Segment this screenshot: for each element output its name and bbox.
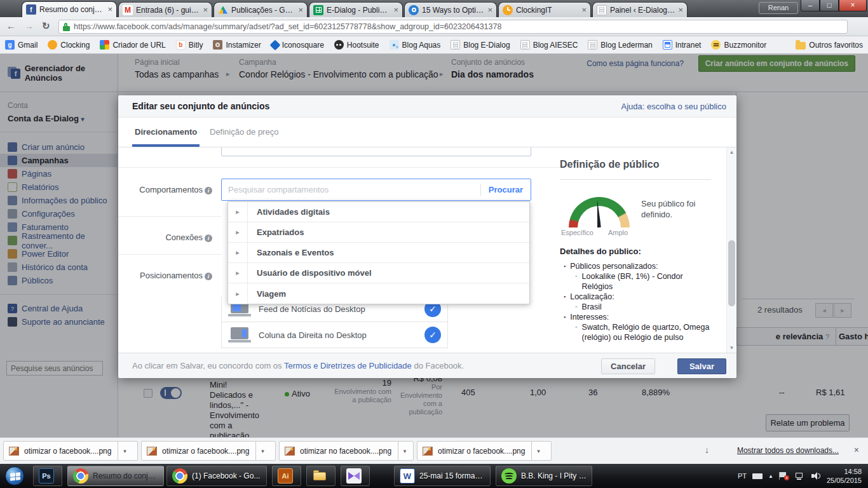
bookmark-hootsuite[interactable]: Hootsuite bbox=[334, 40, 379, 50]
taskbar-chrome-active[interactable]: Resumo do conju... bbox=[67, 466, 164, 486]
https-lock-icon[interactable] bbox=[63, 23, 70, 31]
details-title: Detalhes do público: bbox=[560, 247, 715, 256]
taskbar-clock[interactable]: 14:58 25/05/2015 bbox=[827, 467, 862, 485]
dropdown-item-expats[interactable]: ▸Expatriados bbox=[228, 222, 529, 243]
tab-label: ClockingIT bbox=[516, 6, 578, 15]
window-minimize-button[interactable]: – bbox=[801, 0, 820, 11]
tab-close-icon[interactable]: × bbox=[581, 6, 587, 14]
address-bar[interactable]: https://www.facebook.com/ads/manage/summ… bbox=[58, 20, 848, 34]
tab-pricing[interactable]: Definição de preço bbox=[207, 118, 281, 147]
save-button[interactable]: Salvar bbox=[677, 358, 726, 374]
tab-gmail[interactable]: M Entrada (6) - guilherm × bbox=[118, 2, 212, 17]
taskbar-media-player[interactable] bbox=[341, 466, 370, 486]
tab-article[interactable]: 15 Ways to Optimize × bbox=[404, 2, 497, 17]
bookmark-iconosquare[interactable]: Iconosquare bbox=[271, 41, 324, 50]
behaviors-search-input[interactable] bbox=[222, 185, 480, 194]
keyboard-icon[interactable] bbox=[752, 471, 763, 480]
taskbar-word[interactable]: W25-mai 15 formas ... bbox=[394, 466, 491, 486]
tab-close-icon[interactable]: × bbox=[107, 6, 112, 13]
tab-label: Resumo do conjunto bbox=[39, 5, 104, 14]
tab-google-drive[interactable]: Publicações - Googl × bbox=[214, 2, 308, 17]
info-icon[interactable]: i bbox=[205, 234, 212, 242]
bookmark-buzzmonitor[interactable]: Buzzmonitor bbox=[711, 40, 766, 50]
dropdown-label: Viagem bbox=[248, 289, 286, 299]
download-item[interactable]: otimizar o facebook....png▾ bbox=[3, 441, 138, 461]
info-icon[interactable]: i bbox=[205, 187, 212, 194]
label-text: Comportamentos bbox=[139, 185, 203, 194]
placement-right-column[interactable]: Coluna da Direita no Desktop ✓ bbox=[221, 322, 448, 348]
reload-icon[interactable]: ↻ bbox=[42, 20, 50, 32]
tab-close-icon[interactable]: × bbox=[203, 6, 208, 14]
chevron-down-icon[interactable]: ▾ bbox=[118, 448, 131, 454]
bookmark-clocking[interactable]: Clocking bbox=[48, 40, 90, 50]
check-circle-icon[interactable]: ✓ bbox=[424, 327, 441, 343]
download-item[interactable]: otimizar o facebook....png▾ bbox=[417, 441, 552, 461]
terms-link[interactable]: Termos e Diretrizes de Publicidade bbox=[284, 361, 412, 370]
taskbar-explorer[interactable] bbox=[306, 466, 336, 486]
audience-details: Detalhes do público: ▪Públicos personali… bbox=[560, 247, 715, 342]
other-bookmarks-button[interactable]: Outros favoritos bbox=[796, 41, 863, 50]
taskbar-spotify[interactable]: B.B. King - I Pity t... bbox=[496, 466, 592, 486]
window-maximize-button[interactable]: □ bbox=[820, 0, 839, 11]
cancel-button[interactable]: Cancelar bbox=[601, 358, 655, 374]
bookmark-blog-aquas[interactable]: Blog Aquas bbox=[390, 40, 441, 50]
chevron-down-icon[interactable]: ▾ bbox=[532, 448, 545, 454]
bookmark-blog-aiesec[interactable]: Blog AIESEC bbox=[520, 40, 578, 50]
tab-painel[interactable]: Painel ‹ E-Dialog - A × bbox=[592, 2, 688, 17]
tab-close-icon[interactable]: × bbox=[487, 6, 492, 14]
tab-targeting[interactable]: Direcionamento bbox=[132, 118, 200, 147]
taskbar-photoshop[interactable]: Ps bbox=[33, 466, 62, 486]
clock-time: 14:58 bbox=[827, 467, 862, 476]
info-icon[interactable]: i bbox=[205, 273, 212, 280]
bookmark-intranet[interactable]: Intranet bbox=[663, 40, 702, 50]
bookmark-label: Bitly bbox=[189, 41, 203, 50]
dropdown-item-mobile-user[interactable]: ▸Usuário de dispositivo móvel bbox=[228, 263, 529, 283]
url-text[interactable]: https://www.facebook.com/ads/manage/summ… bbox=[74, 22, 501, 31]
bookmark-blog-lederman[interactable]: Blog Lederman bbox=[588, 40, 652, 50]
chevron-down-icon[interactable]: ▾ bbox=[256, 448, 269, 454]
download-item[interactable]: otimizar o facebook....png▾ bbox=[141, 441, 276, 461]
interests-input-partial[interactable] bbox=[221, 147, 531, 156]
bookmark-criador-url[interactable]: Criador de URL bbox=[100, 40, 165, 50]
modal-help-link[interactable]: Ajuda: escolha o seu público bbox=[621, 102, 726, 111]
bookmark-bitly[interactable]: bBitly bbox=[176, 40, 203, 50]
tab-close-icon[interactable]: × bbox=[678, 6, 683, 14]
show-all-downloads-link[interactable]: Mostrar todos os downloads... bbox=[737, 446, 839, 455]
tab-clockingit[interactable]: ClockingIT × bbox=[498, 2, 591, 17]
download-item[interactable]: otimizar no facebook....png▾ bbox=[279, 441, 414, 461]
dropdown-item-seasonal[interactable]: ▸Sazonais e Eventos bbox=[228, 243, 529, 263]
language-indicator[interactable]: PT bbox=[738, 472, 747, 480]
bookmark-blog-edialog[interactable]: Blog E-Dialog bbox=[451, 40, 510, 50]
scroll-down-icon[interactable]: ▼ bbox=[727, 345, 736, 351]
chevron-down-icon[interactable]: ▾ bbox=[398, 448, 411, 454]
window-close-button[interactable]: × bbox=[839, 0, 867, 11]
taskbar-illustrator[interactable]: Ai bbox=[272, 466, 301, 486]
edit-adset-modal: Editar seu conjunto de anúncios Ajuda: e… bbox=[118, 95, 736, 378]
folder-icon bbox=[796, 42, 806, 50]
dropdown-item-digital-activities[interactable]: ▸Atividades digitais bbox=[228, 202, 529, 222]
bookmark-instamizer[interactable]: Instamizer bbox=[213, 40, 261, 50]
taskbar-chrome-2[interactable]: (1) Facebook - Go... bbox=[166, 466, 267, 486]
browse-button[interactable]: Procurar bbox=[481, 185, 531, 194]
volume-icon[interactable] bbox=[811, 471, 821, 480]
back-icon[interactable]: ← bbox=[6, 20, 16, 31]
network-icon[interactable] bbox=[795, 471, 805, 480]
scrollbar-thumb[interactable] bbox=[728, 240, 735, 306]
tray-expand-icon[interactable]: ▲ bbox=[768, 473, 773, 479]
bookmark-gmail[interactable]: gGmail bbox=[5, 40, 37, 50]
modal-scrollbar[interactable]: ▲ ▼ bbox=[726, 147, 736, 353]
start-button[interactable] bbox=[5, 466, 24, 485]
gauge-label-specific: Específico bbox=[561, 229, 593, 236]
downloads-bar-close-icon[interactable]: × bbox=[854, 445, 859, 455]
tab-facebook-adsmanager[interactable]: f Resumo do conjunto × bbox=[22, 1, 117, 17]
tab-sheets[interactable]: E-Dialog - Publicaçõ × bbox=[309, 2, 403, 17]
tab-close-icon[interactable]: × bbox=[393, 6, 398, 14]
dropdown-item-travel[interactable]: ▸Viagem bbox=[228, 283, 529, 304]
scroll-up-icon[interactable]: ▲ bbox=[727, 149, 736, 155]
chrome-profile-button[interactable]: Renan bbox=[759, 2, 798, 14]
task-label: B.B. King - I Pity t... bbox=[521, 471, 587, 480]
action-center-flag-icon[interactable]: x bbox=[779, 471, 789, 480]
forward-icon[interactable]: → bbox=[24, 20, 34, 31]
windows-taskbar: Ps Resumo do conju... (1) Facebook - Go.… bbox=[0, 464, 868, 488]
tab-close-icon[interactable]: × bbox=[298, 6, 303, 14]
